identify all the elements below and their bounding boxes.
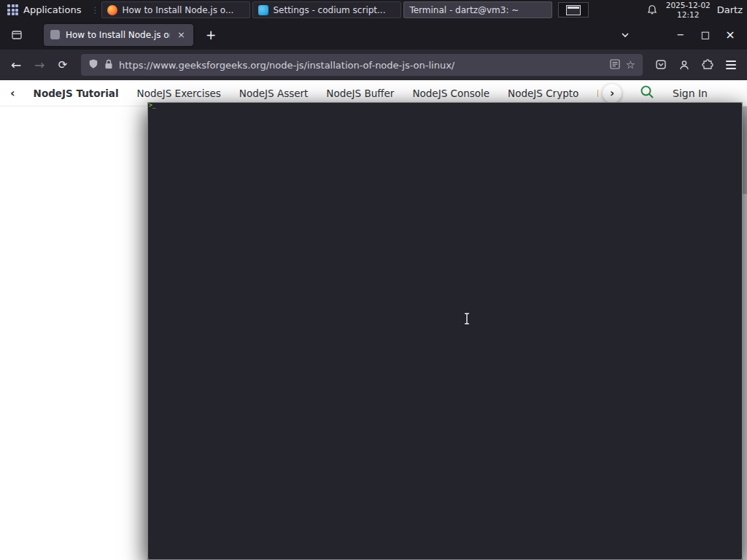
- taskbar: How to Install Node.js o...Settings - co…: [101, 0, 552, 20]
- window-controls: − □ ×: [670, 26, 741, 44]
- list-all-tabs-icon[interactable]: [614, 25, 636, 45]
- account-icon[interactable]: [673, 55, 695, 75]
- taskbar-button-label: Settings - codium script...: [273, 5, 385, 15]
- page-scrollbar-thumb[interactable]: [743, 106, 747, 194]
- window-minimize-button[interactable]: −: [670, 26, 692, 44]
- tab-bar: How to Install Node.js on... × + − □ ×: [0, 20, 747, 50]
- site-nav-link[interactable]: NodeJS DNS: [597, 88, 598, 99]
- address-bar[interactable]: https://www.geeksforgeeks.org/node-js/in…: [81, 54, 643, 76]
- hamburger-icon: [726, 61, 736, 69]
- site-nav-link[interactable]: NodeJS Buffer: [326, 88, 394, 99]
- nav-scroll-left-icon[interactable]: ‹: [10, 86, 15, 100]
- window-maximize-button[interactable]: □: [694, 26, 716, 44]
- window-close-button[interactable]: ×: [719, 26, 741, 44]
- taskbar-button-label: How to Install Node.js o...: [122, 5, 233, 15]
- reload-button[interactable]: ⟳: [52, 55, 74, 75]
- clock-time: 12:12: [666, 10, 711, 20]
- applications-grid-icon: [7, 4, 18, 15]
- extensions-icon[interactable]: [697, 55, 719, 75]
- site-nav-link[interactable]: NodeJS Crypto: [508, 88, 578, 99]
- back-button[interactable]: ←: [5, 55, 27, 75]
- desktop: Applications ⋮ How to Install Node.js o.…: [0, 0, 747, 560]
- site-search-icon[interactable]: [639, 84, 655, 102]
- menu-button[interactable]: [720, 55, 742, 75]
- notification-bell-icon[interactable]: [645, 3, 659, 18]
- tracking-shield-icon[interactable]: [88, 58, 98, 72]
- firefox-icon: [107, 5, 117, 15]
- top-panel: Applications ⋮ How to Install Node.js o.…: [0, 0, 747, 20]
- tab-title: How to Install Node.js on...: [66, 30, 170, 40]
- clock-date: 2025-12-02: [666, 1, 711, 10]
- url-text[interactable]: https://www.geeksforgeeks.org/node-js/in…: [119, 60, 604, 71]
- applications-label: Applications: [23, 4, 81, 15]
- browser-tab[interactable]: How to Install Node.js on... ×: [44, 24, 193, 46]
- text-cursor: [462, 312, 471, 328]
- navigation-toolbar: ← → ⟳ https://www.geeksforgeeks.org/node…: [0, 50, 747, 80]
- new-tab-button[interactable]: +: [201, 25, 221, 45]
- lock-icon[interactable]: [104, 58, 113, 72]
- site-nav-link[interactable]: NodeJS Console: [412, 88, 489, 99]
- site-nav-link[interactable]: NodeJS Exercises: [137, 88, 221, 99]
- pocket-icon[interactable]: [650, 55, 672, 75]
- reader-mode-icon[interactable]: [610, 58, 620, 72]
- forward-button[interactable]: →: [28, 55, 50, 75]
- site-nav-link[interactable]: NodeJS Assert: [239, 88, 309, 99]
- firefox-view-icon[interactable]: [6, 25, 28, 45]
- taskbar-button[interactable]: Terminal - dartz@vm3: ~: [403, 1, 552, 18]
- taskbar-button[interactable]: How to Install Node.js o...: [101, 1, 250, 18]
- panel-clock[interactable]: 2025-12-02 12:12: [666, 1, 711, 19]
- nav-scroll-right-button[interactable]: ›: [603, 84, 622, 103]
- panel-handle-icon: ⋮: [90, 5, 99, 15]
- tab-favicon: [50, 30, 60, 39]
- tab-close-icon[interactable]: ×: [176, 29, 187, 40]
- page-scrollbar[interactable]: [743, 106, 747, 560]
- taskbar-button[interactable]: Settings - codium script...: [252, 1, 401, 18]
- workspace-window-icon: [566, 5, 581, 15]
- site-nav-link[interactable]: NodeJS Tutorial: [34, 88, 119, 99]
- applications-menu[interactable]: Applications: [0, 0, 88, 20]
- site-nav-items: ‹ NodeJS TutorialNodeJS ExercisesNodeJS …: [10, 86, 598, 100]
- panel-status-area: 2025-12-02 12:12 Dartz: [645, 1, 747, 19]
- taskbar-button-label: Terminal - dartz@vm3: ~: [409, 5, 519, 15]
- site-nav-right: › Sign In: [603, 84, 737, 103]
- codium-icon: [258, 5, 268, 15]
- bookmark-star-icon[interactable]: ☆: [626, 58, 635, 71]
- workspace-switcher[interactable]: [558, 2, 589, 18]
- panel-username: Dartz: [717, 4, 743, 15]
- sign-in-link[interactable]: Sign In: [673, 88, 708, 99]
